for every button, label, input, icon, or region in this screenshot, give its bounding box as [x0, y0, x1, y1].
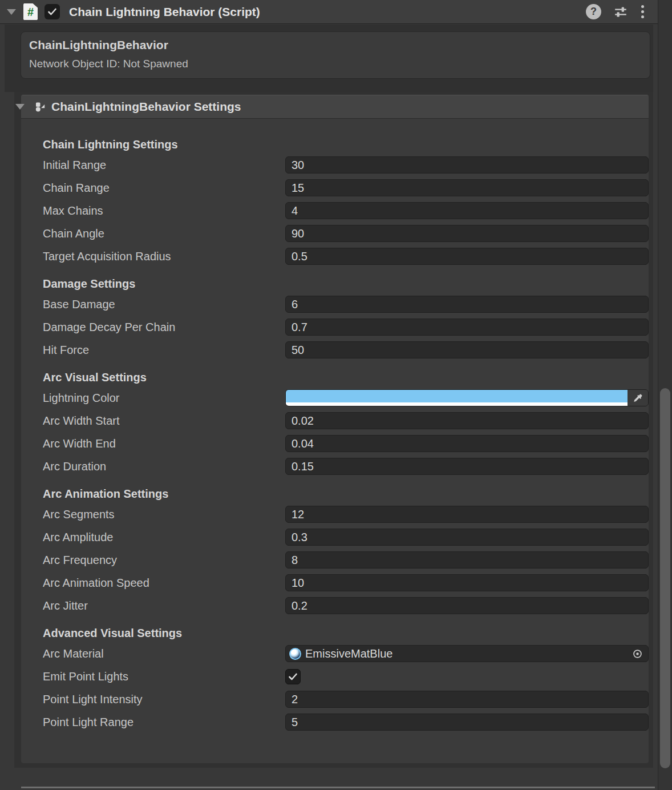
color-swatch[interactable] — [286, 390, 628, 406]
settings-group-box: ChainLightningBehavior Settings Chain Li… — [21, 95, 649, 763]
property-row: Arc Animation Speed10 — [43, 574, 649, 591]
scrollbar-track[interactable] — [658, 0, 672, 790]
property-row: Damage Decay Per Chain0.7 — [43, 319, 649, 336]
info-box: ChainLightningBehavior Network Object ID… — [21, 31, 650, 79]
help-icon[interactable]: ? — [586, 4, 601, 19]
number-input[interactable]: 15 — [285, 179, 649, 196]
property-row: Emit Point Lights — [43, 668, 649, 685]
property-label: Arc Segments — [43, 508, 285, 521]
property-label: Arc Amplitude — [43, 531, 285, 544]
property-label: Arc Width Start — [43, 414, 285, 428]
object-picker-button[interactable] — [626, 646, 648, 662]
object-name: EmissiveMatBlue — [305, 647, 392, 660]
property-row: Target Acquisition Radius0.5 — [43, 248, 649, 265]
property-row: Chain Angle90 — [43, 225, 649, 242]
eyedropper-icon — [633, 393, 643, 403]
property-label: Chain Range — [43, 182, 285, 195]
property-row: Lightning Color — [43, 389, 649, 406]
number-input[interactable]: 4 — [285, 202, 649, 219]
property-row: Arc Jitter0.2 — [43, 597, 649, 614]
info-box-title: ChainLightningBehavior — [29, 38, 642, 52]
property-label: Point Light Range — [43, 716, 285, 729]
property-row: Arc Width End0.04 — [43, 435, 649, 452]
check-icon — [47, 6, 58, 17]
property-row: Arc MaterialEmissiveMatBlue — [43, 645, 649, 662]
settings-sections: Chain Lightning SettingsInitial Range30C… — [21, 119, 649, 731]
section-title: Chain Lightning Settings — [43, 137, 649, 152]
property-row: Point Light Intensity2 — [43, 691, 649, 708]
property-label: Max Chains — [43, 204, 285, 217]
component-title: Chain Lightning Behavior (Script) — [69, 5, 260, 19]
property-label: Arc Jitter — [43, 599, 285, 612]
section-title: Advanced Visual Settings — [43, 626, 649, 640]
presets-sliders-icon[interactable] — [614, 5, 628, 19]
number-input[interactable]: 12 — [285, 506, 649, 523]
property-label: Arc Width End — [43, 437, 285, 450]
section-title: Arc Animation Settings — [43, 486, 649, 501]
property-label: Initial Range — [43, 159, 285, 172]
settings-group-title: ChainLightningBehavior Settings — [51, 100, 241, 114]
alpha-bar — [286, 402, 628, 406]
section-title: Arc Visual Settings — [43, 370, 649, 385]
property-row: Arc Width Start0.02 — [43, 412, 649, 429]
check-icon — [288, 671, 298, 682]
property-row: Arc Frequency8 — [43, 551, 649, 569]
property-label: Point Light Intensity — [43, 693, 285, 706]
number-input[interactable]: 10 — [285, 574, 649, 591]
component-header: # Chain Lightning Behavior (Script) ? — [0, 0, 658, 24]
property-label: Chain Angle — [43, 227, 285, 240]
property-label: Arc Material — [43, 647, 285, 660]
number-input[interactable]: 30 — [285, 156, 649, 174]
script-icon: # — [23, 3, 38, 20]
scrollbar-thumb[interactable] — [660, 388, 670, 768]
section-title: Damage Settings — [43, 276, 649, 291]
behavior-shapes-icon — [35, 102, 46, 112]
property-label: Base Damage — [43, 298, 285, 311]
kebab-menu-icon[interactable] — [640, 4, 645, 19]
header-toolbar: ? — [586, 4, 645, 19]
number-input[interactable]: 0.02 — [285, 412, 649, 429]
object-picker-icon — [632, 648, 643, 659]
property-row: Max Chains4 — [43, 202, 649, 219]
number-input[interactable]: 0.15 — [285, 458, 649, 475]
number-input[interactable]: 0.7 — [285, 319, 649, 336]
object-field[interactable]: EmissiveMatBlue — [285, 645, 649, 662]
number-input[interactable]: 90 — [285, 225, 649, 242]
script-hash-glyph: # — [27, 6, 34, 18]
property-label: Target Acquisition Radius — [43, 250, 285, 263]
property-row: Arc Duration0.15 — [43, 458, 649, 475]
number-input[interactable]: 0.5 — [285, 248, 649, 265]
property-label: Arc Duration — [43, 460, 285, 473]
property-label: Lightning Color — [43, 392, 285, 405]
bottom-divider — [21, 787, 655, 788]
number-input[interactable]: 6 — [285, 296, 649, 313]
number-input[interactable]: 0.04 — [285, 435, 649, 452]
component-enabled-checkbox[interactable] — [44, 4, 60, 19]
property-row: Arc Amplitude0.3 — [43, 529, 649, 546]
property-row: Arc Segments12 — [43, 506, 649, 523]
component-foldout-arrow[interactable] — [7, 9, 16, 15]
number-input[interactable]: 5 — [285, 714, 649, 731]
property-label: Arc Animation Speed — [43, 577, 285, 590]
property-row: Base Damage6 — [43, 296, 649, 313]
eyedropper-button[interactable] — [628, 390, 648, 406]
property-label: Hit Force — [43, 344, 285, 357]
settings-foldout-arrow[interactable] — [15, 104, 25, 110]
property-label: Emit Point Lights — [43, 670, 285, 683]
property-label: Damage Decay Per Chain — [43, 321, 285, 334]
property-row: Point Light Range5 — [43, 714, 649, 731]
settings-group-header[interactable]: ChainLightningBehavior Settings — [21, 95, 649, 119]
material-icon — [289, 648, 301, 660]
number-input[interactable]: 50 — [285, 341, 649, 358]
number-input[interactable]: 0.2 — [285, 597, 649, 614]
property-label: Arc Frequency — [43, 554, 285, 567]
number-input[interactable]: 2 — [285, 691, 649, 708]
checkbox[interactable] — [285, 669, 301, 684]
property-row: Hit Force50 — [43, 341, 649, 358]
color-field[interactable] — [285, 389, 649, 406]
property-row: Chain Range15 — [43, 179, 649, 196]
unity-inspector: # Chain Lightning Behavior (Script) ? Ch… — [0, 0, 672, 790]
number-input[interactable]: 8 — [285, 551, 649, 569]
property-row: Initial Range30 — [43, 156, 649, 174]
number-input[interactable]: 0.3 — [285, 529, 649, 546]
